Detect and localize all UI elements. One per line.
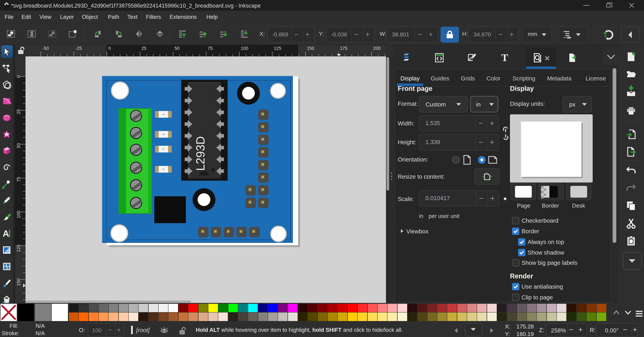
svg-text:A: A [3,228,9,238]
